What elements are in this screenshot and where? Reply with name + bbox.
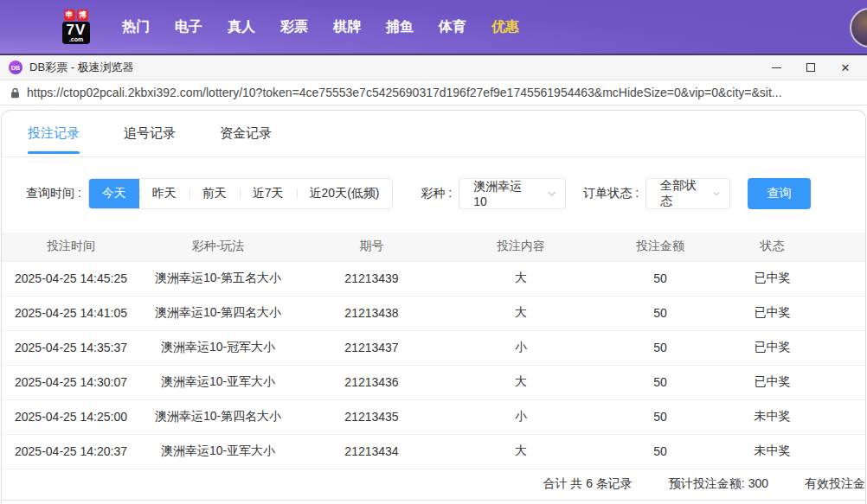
bet-issue: 21213435 [296,399,447,434]
nav-item-cards[interactable]: 棋牌 [333,18,361,36]
table-row[interactable]: 2025-04-25 14:45:25 澳洲幸运10-第五名大小 2121343… [2,261,866,296]
bet-amount: 50 [594,261,726,296]
bet-content: 大 [447,434,594,469]
logo-badge-1: 申 [64,10,75,21]
tab-chase-records[interactable]: 追号记录 [124,111,176,156]
bet-time: 2025-04-25 14:20:37 [2,434,140,469]
bet-time: 2025-04-25 14:30:07 [2,365,140,399]
bet-status: 未中奖 [726,399,866,434]
order-status-value: 全部状态 [660,178,700,209]
col-status: 状态 [726,233,866,261]
bet-amount: 50 [594,434,726,469]
time-option-7days[interactable]: 近7天 [240,179,297,208]
bet-amount: 50 [594,296,726,330]
bet-table-body: 2025-04-25 14:45:25 澳洲幸运10-第五名大小 2121343… [2,261,866,469]
bet-records-table: 投注时间 彩种-玩法 期号 投注内容 投注金额 状态 2025-04-25 14… [2,233,866,469]
query-button[interactable]: 查询 [748,178,811,209]
bet-status: 已中奖 [726,296,866,330]
valid-amount: 有效投注金 [805,476,865,492]
lock-icon [10,87,20,99]
maximize-icon [806,63,815,72]
window-title: DB彩票 - 极速浏览器 [29,60,770,75]
bet-time: 2025-04-25 14:25:00 [2,399,140,434]
bet-issue: 21213434 [296,434,447,469]
window-titlebar: DB DB彩票 - 极速浏览器 ✕ [0,55,867,80]
table-row[interactable]: 2025-04-25 14:35:37 澳洲幸运10-冠军大小 21213437… [2,330,866,365]
bet-status: 已中奖 [726,261,866,296]
tab-fund-records[interactable]: 资金记录 [220,111,272,156]
bet-time: 2025-04-25 14:35:37 [2,330,140,365]
summary-bar: 合计 共 6 条记录 预计投注金额: 300 有效投注金 [2,469,865,501]
logo-badge-2: 博 [77,10,88,21]
bet-game: 澳洲幸运10-冠军大小 [140,330,296,365]
site-logo[interactable]: 申 博 7V .com [49,10,103,44]
bet-issue: 21213438 [296,296,447,330]
logo-text: 7V [67,22,87,37]
record-tabs: 投注记录 追号记录 资金记录 [2,111,865,157]
bet-content: 小 [447,330,594,365]
time-option-2days-ago[interactable]: 前天 [189,179,240,208]
table-row[interactable]: 2025-04-25 14:20:37 澳洲幸运10-亚军大小 21213434… [2,434,866,469]
bet-content: 大 [447,296,594,330]
time-range-group: 今天 昨天 前天 近7天 近20天(低频) [88,178,394,209]
time-option-yesterday[interactable]: 昨天 [139,179,189,208]
bet-amount: 50 [594,365,726,399]
bet-time: 2025-04-25 14:45:25 [2,261,140,296]
bet-status: 已中奖 [726,365,866,399]
table-row[interactable]: 2025-04-25 14:41:05 澳洲幸运10-第四名大小 2121343… [2,296,866,330]
close-button[interactable]: ✕ [839,61,851,73]
nav-item-promo[interactable]: 优惠 [491,18,519,36]
bet-game: 澳洲幸运10-亚军大小 [140,365,296,399]
logo-suffix: .com [69,36,83,42]
minimize-button[interactable] [770,61,782,73]
user-avatar[interactable] [850,8,867,48]
total-records: 合计 共 6 条记录 [543,476,632,492]
table-row[interactable]: 2025-04-25 14:30:07 澳洲幸运10-亚军大小 21213436… [2,365,866,399]
minimize-icon [772,67,781,68]
page-content: 投注记录 追号记录 资金记录 查询时间 : 今天 昨天 前天 近7天 近20天(… [0,105,867,504]
col-issue: 期号 [296,233,447,261]
window-controls: ✕ [770,61,858,73]
bet-content: 大 [447,365,594,399]
time-option-20days[interactable]: 近20天(低频) [297,179,393,208]
nav-item-lottery[interactable]: 彩票 [280,18,308,36]
close-icon: ✕ [841,62,851,73]
nav-item-live[interactable]: 真人 [228,18,255,36]
bet-game: 澳洲幸运10-亚军大小 [140,434,296,469]
bet-game: 澳洲幸运10-第四名大小 [140,399,296,434]
estimated-amount: 预计投注金额: 300 [669,476,768,492]
lottery-select[interactable]: 澳洲幸运10 [459,178,566,209]
address-bar[interactable]: https://ctop02pcali.2kbxi392.com/lottery… [0,80,867,105]
favicon: DB [9,61,22,74]
order-status-select[interactable]: 全部状态 [645,178,730,209]
bet-amount: 50 [594,330,726,365]
lottery-filter-label: 彩种 : [421,186,452,201]
bet-issue: 21213437 [296,330,447,365]
time-option-today[interactable]: 今天 [89,179,139,208]
nav-item-sports[interactable]: 体育 [439,18,466,36]
nav-item-hot[interactable]: 热门 [122,18,150,36]
bet-status: 未中奖 [726,434,866,469]
site-header: 申 博 7V .com 热门 电子 真人 彩票 棋牌 捕鱼 体育 优惠 [0,0,867,54]
table-header-row: 投注时间 彩种-玩法 期号 投注内容 投注金额 状态 [2,233,866,261]
col-bet-content: 投注内容 [447,233,594,261]
status-filter-label: 订单状态 : [583,186,639,201]
bet-game: 澳洲幸运10-第四名大小 [140,296,296,330]
records-panel: 投注记录 追号记录 资金记录 查询时间 : 今天 昨天 前天 近7天 近20天(… [1,110,866,504]
bet-time: 2025-04-25 14:41:05 [2,296,140,330]
browser-window: DB DB彩票 - 极速浏览器 ✕ https://ctop02pcali.2k… [0,54,867,504]
col-bet-time: 投注时间 [2,233,140,261]
nav-item-slots[interactable]: 电子 [175,18,202,36]
logo-main: 7V .com [62,22,91,44]
bet-status: 已中奖 [726,330,866,365]
maximize-button[interactable] [805,61,817,73]
bet-amount: 50 [594,399,726,434]
nav-item-fishing[interactable]: 捕鱼 [386,18,414,36]
bet-issue: 21213436 [296,365,447,399]
bet-content: 大 [447,261,594,296]
logo-badges: 申 博 [64,10,88,21]
filter-bar: 查询时间 : 今天 昨天 前天 近7天 近20天(低频) 彩种 : 澳洲幸运10… [2,178,865,209]
table-row[interactable]: 2025-04-25 14:25:00 澳洲幸运10-第四名大小 2121343… [2,399,866,434]
tab-bet-records[interactable]: 投注记录 [28,111,80,156]
bet-game: 澳洲幸运10-第五名大小 [140,261,296,296]
